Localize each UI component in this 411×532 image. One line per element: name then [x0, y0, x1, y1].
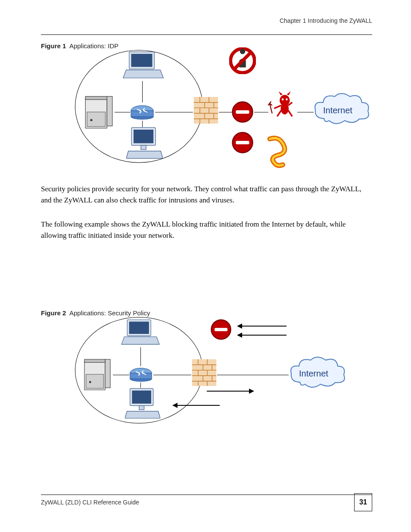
svg-rect-52 — [132, 391, 151, 404]
svg-rect-46 — [129, 322, 149, 334]
svg-rect-71 — [215, 328, 227, 331]
svg-marker-47 — [121, 337, 159, 345]
svg-rect-41 — [86, 374, 104, 388]
internet-label-2: Internet — [299, 369, 328, 379]
no-person-icon — [229, 47, 256, 74]
svg-rect-43 — [105, 359, 110, 388]
line — [140, 383, 141, 388]
server-icon — [82, 356, 113, 393]
svg-rect-10 — [131, 111, 153, 117]
arrow-incoming-blocked-2 — [237, 333, 286, 338]
worm-icon — [263, 136, 291, 168]
line — [254, 112, 268, 112]
figure2-label: Figure 2 — [41, 309, 66, 317]
footer-rule — [41, 495, 372, 495]
line — [142, 121, 143, 127]
figure1-label: Figure 1 — [41, 42, 66, 50]
svg-point-39 — [286, 98, 288, 100]
line — [115, 112, 130, 112]
no-entry-icon-3 — [210, 319, 232, 340]
firewall-icon — [191, 359, 217, 386]
line — [217, 375, 289, 375]
svg-marker-14 — [126, 151, 163, 159]
body-paragraph-2: The following example shows the ZyWALL b… — [41, 219, 372, 241]
svg-rect-53 — [139, 406, 144, 410]
svg-rect-44 — [84, 359, 105, 362]
svg-marker-7 — [123, 70, 163, 78]
figure1: Internet — [73, 47, 371, 172]
svg-rect-12 — [134, 130, 153, 143]
footer-text: ZyWALL (ZLD) CLI Reference Guide — [41, 499, 139, 506]
server-icon — [83, 93, 115, 131]
no-entry-icon-2 — [231, 131, 254, 154]
svg-rect-6 — [131, 54, 153, 67]
svg-rect-50 — [130, 373, 152, 379]
line — [153, 375, 191, 375]
desktop-icon — [126, 125, 163, 162]
line — [219, 112, 233, 112]
line — [142, 81, 143, 103]
firewall-icon — [193, 97, 219, 124]
header-rule — [41, 34, 372, 35]
page-number: 31 — [354, 493, 372, 511]
arrow-incoming-blocked-1 — [237, 324, 286, 329]
arrow-return — [172, 403, 220, 408]
svg-rect-13 — [141, 145, 146, 149]
svg-point-42 — [89, 381, 91, 383]
header-chapter: Chapter 1 Introducing the ZyWALL — [56, 17, 372, 24]
router-icon — [129, 103, 155, 121]
svg-rect-55 — [192, 359, 216, 386]
svg-rect-35 — [236, 141, 249, 144]
figure2: Internet — [73, 314, 371, 426]
svg-rect-3 — [107, 96, 112, 126]
svg-point-2 — [90, 119, 93, 121]
svg-rect-33 — [236, 110, 249, 114]
page: Chapter 1 Introducing the ZyWALL Figure … — [0, 0, 411, 532]
line — [113, 375, 129, 375]
svg-rect-1 — [87, 112, 106, 127]
desktop-icon — [125, 386, 160, 421]
svg-rect-15 — [194, 97, 218, 124]
router-icon — [128, 365, 153, 383]
body-paragraph-1: Security policies provide security for y… — [41, 184, 372, 205]
line — [155, 112, 193, 112]
svg-marker-54 — [125, 411, 160, 418]
internet-label: Internet — [323, 106, 352, 115]
no-entry-icon — [231, 101, 254, 123]
svg-point-38 — [282, 98, 284, 100]
arrow-outgoing — [207, 389, 254, 394]
svg-rect-4 — [85, 96, 107, 100]
line — [140, 347, 141, 366]
svg-point-37 — [281, 103, 289, 115]
laptop-icon — [123, 51, 164, 81]
demon-icon — [267, 88, 297, 118]
laptop-icon — [121, 319, 160, 347]
